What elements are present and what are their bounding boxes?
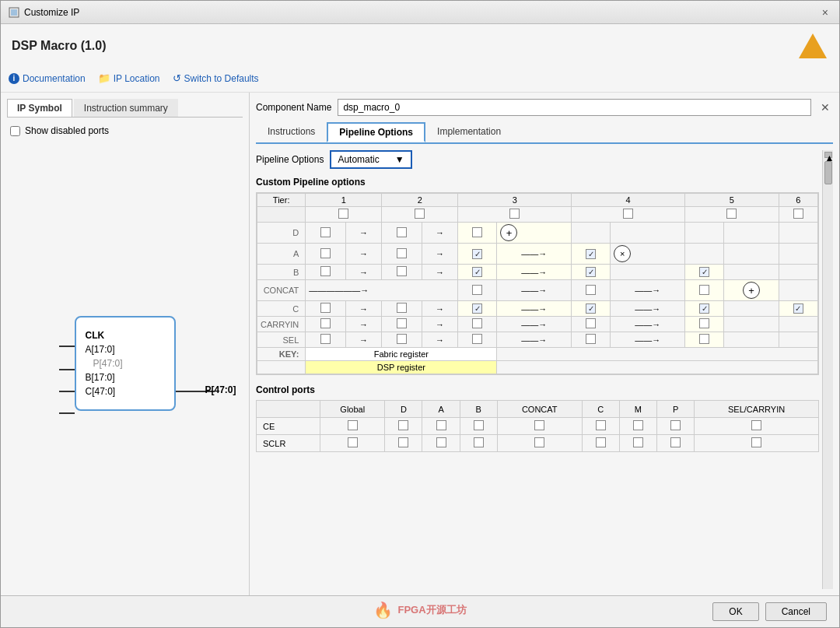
- sclr-a-cb: [422, 435, 460, 452]
- d-t3-checkbox[interactable]: [472, 227, 482, 237]
- cancel-button[interactable]: Cancel: [765, 602, 827, 621]
- b-t3-cb: [458, 265, 497, 280]
- right-content-area: Pipeline Options Automatic ▼ Custom Pipe…: [256, 150, 833, 589]
- pipeline-select[interactable]: Automatic ▼: [330, 150, 411, 169]
- close-button[interactable]: ×: [819, 6, 831, 19]
- a-text: A[17:0]: [86, 344, 115, 355]
- sclr-c-cb: [582, 435, 619, 452]
- c-t1-arr: →: [345, 301, 382, 317]
- b-t3-checkbox[interactable]: [472, 267, 482, 277]
- sel-t2-arr: →: [422, 332, 458, 348]
- tier1-top-cb[interactable]: [338, 209, 348, 219]
- sel-t4-arr: ——→: [611, 332, 685, 348]
- ci-t5-empty: [724, 317, 779, 332]
- col-d: D: [385, 401, 422, 418]
- tier6-top-cb[interactable]: [793, 209, 803, 219]
- c-t4-cb: [572, 301, 611, 317]
- b-text: B[17:0]: [86, 372, 115, 383]
- fabric-register-label: Fabric register: [306, 348, 497, 361]
- sel-t5-cb: [685, 332, 724, 348]
- component-name-input[interactable]: [338, 99, 811, 116]
- d-t4-empty: [572, 223, 611, 244]
- tier3-top-cb[interactable]: [509, 209, 520, 219]
- ce-concat-cb: [497, 418, 582, 435]
- ce-row: CE: [257, 418, 819, 435]
- empty-cell: [257, 207, 306, 223]
- ce-m-cb: [619, 418, 656, 435]
- concat-row: CONCAT ——————→ ——→ ——→: [257, 280, 818, 301]
- switch-to-defaults-link[interactable]: ↺ Switch to Defaults: [173, 72, 259, 84]
- main-window: Customize IP × DSP Macro (1.0) i Documen…: [0, 0, 840, 628]
- show-disabled-row: Show disabled ports: [7, 124, 243, 138]
- right-scroll-area[interactable]: Pipeline Options Automatic ▼ Custom Pipe…: [256, 150, 822, 589]
- pipeline-grid: Tier: 1 2 3 4 5 6: [257, 193, 818, 374]
- c-t5-arr2: [724, 301, 779, 317]
- window-title: Customize IP: [24, 7, 79, 18]
- documentation-label: Documentation: [23, 73, 86, 84]
- tab-instructions[interactable]: Instructions: [256, 122, 327, 142]
- tab-ip-symbol[interactable]: IP Symbol: [7, 99, 72, 117]
- c-t3-cb: [458, 301, 497, 317]
- c-t3-arr: ——→: [497, 301, 572, 317]
- tier-5-header: 5: [685, 194, 779, 207]
- b-t4-arr: [611, 265, 685, 280]
- a-t3-checkbox[interactable]: [472, 249, 482, 259]
- sel-t5-empty: [724, 332, 779, 348]
- tier5-top-cb[interactable]: [726, 209, 737, 219]
- b-t5-checkbox[interactable]: [699, 267, 709, 277]
- clk-port-label: CLK: [86, 330, 156, 341]
- scroll-up-arrow[interactable]: ▲: [824, 152, 832, 158]
- tier-1-header: 1: [306, 194, 382, 207]
- cb-3: [458, 207, 572, 223]
- tab-instruction-summary[interactable]: Instruction summary: [74, 99, 178, 117]
- clk-wire: [59, 346, 75, 347]
- tier2-top-cb[interactable]: [415, 209, 425, 219]
- sclr-p-cb: [657, 435, 695, 452]
- right-tab-bar: Instructions Pipeline Options Implementa…: [256, 122, 833, 144]
- scrollbar-thumb[interactable]: [824, 161, 832, 184]
- col-p: P: [657, 401, 695, 418]
- clear-name-button[interactable]: ✕: [817, 101, 833, 114]
- dsp-title-text: DSP Macro (1.0): [12, 39, 107, 53]
- show-disabled-label: Show disabled ports: [25, 125, 109, 136]
- c-t3-checkbox[interactable]: [472, 303, 482, 314]
- tab-implementation[interactable]: Implementation: [425, 122, 513, 142]
- custom-pipeline-title: Custom Pipeline options: [256, 177, 819, 188]
- d-t1-arr: →: [345, 223, 382, 244]
- tier-3-header: 3: [458, 194, 572, 207]
- a-row-label: A: [257, 244, 306, 265]
- show-disabled-checkbox[interactable]: [10, 126, 20, 136]
- ce-global-cb: [320, 418, 385, 435]
- c-row: C → → ——→ ——→: [257, 301, 818, 317]
- b-t4-checkbox[interactable]: [586, 267, 596, 277]
- tab-pipeline-options[interactable]: Pipeline Options: [327, 122, 425, 142]
- ip-location-label: IP Location: [114, 73, 160, 84]
- ci-t3-cb: [458, 317, 497, 332]
- c-t5-checkbox[interactable]: [699, 303, 709, 314]
- tier4-top-cb[interactable]: [623, 209, 633, 219]
- sclr-concat-cb: [497, 435, 582, 452]
- d-adder: +: [497, 223, 572, 244]
- col-a: A: [422, 401, 460, 418]
- col-concat: CONCAT: [497, 401, 582, 418]
- title-bar: Customize IP ×: [1, 1, 839, 24]
- d-t4-empty2: [611, 223, 685, 244]
- a-t4-checkbox[interactable]: [586, 249, 596, 259]
- c-row-label: C: [257, 301, 306, 317]
- c-t6-checkbox[interactable]: [793, 303, 803, 314]
- b-row: B → → ——→: [257, 265, 818, 280]
- ip-location-link[interactable]: 📁 IP Location: [98, 72, 160, 84]
- b-row-label: B: [257, 265, 306, 280]
- a-t2-arr: →: [422, 244, 458, 265]
- c-t4-checkbox[interactable]: [586, 303, 596, 314]
- control-grid: Global D A B CONCAT C M P SEL/CARRYIN: [256, 400, 819, 452]
- documentation-link[interactable]: i Documentation: [9, 73, 86, 84]
- sclr-label: SCLR: [257, 435, 320, 452]
- key-empty: [497, 348, 818, 361]
- p-placeholder: P[47:0]: [86, 358, 156, 369]
- scrollbar[interactable]: ▲: [822, 150, 833, 589]
- toolbar: i Documentation 📁 IP Location ↺ Switch t…: [1, 65, 839, 93]
- switch-defaults-label: Switch to Defaults: [184, 73, 259, 84]
- ok-button[interactable]: OK: [712, 602, 758, 621]
- cb-2: [382, 207, 458, 223]
